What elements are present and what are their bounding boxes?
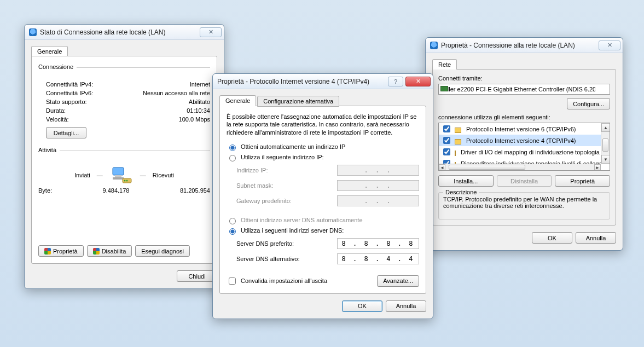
- radio-dns-auto[interactable]: Ottieni indirizzo server DNS automaticam…: [227, 215, 419, 225]
- network-activity-icon: [109, 165, 134, 185]
- radio-ip-manual[interactable]: Utilizza il seguente indirizzo IP:: [227, 152, 419, 163]
- scroll-up-icon[interactable]: ▲: [601, 123, 610, 132]
- dns-alt-label: Server DNS alternativo:: [236, 256, 300, 262]
- list-item[interactable]: Driver di I/O del mapping di individuazi…: [439, 146, 601, 158]
- adapter-name-field[interactable]: [438, 84, 610, 95]
- radio-input[interactable]: [229, 228, 236, 235]
- lan-status-dialog: Stato di Connessione alla rete locale (L…: [24, 24, 224, 289]
- speed-value: 100.0 Mbps: [179, 116, 210, 123]
- protocol-icon: [455, 139, 461, 144]
- svg-rect-0: [113, 167, 124, 175]
- connect-using-label: Connetti tramite:: [438, 75, 610, 82]
- close-icon[interactable]: ✕: [599, 41, 620, 50]
- dns-pref-label: Server DNS preferito:: [236, 240, 294, 247]
- mask-label: Subnet mask:: [236, 182, 273, 189]
- radio-input[interactable]: [229, 144, 236, 151]
- ipv4-help-text: È possibile ottenere l'assegnazione auto…: [227, 113, 419, 136]
- item-label: Driver di I/O del mapping di individuazi…: [461, 149, 601, 155]
- ok-button[interactable]: OK: [532, 232, 572, 244]
- radio-input[interactable]: [229, 155, 236, 161]
- svg-point-4: [124, 180, 125, 182]
- scroll-down-icon[interactable]: ▼: [601, 155, 610, 164]
- shield-icon: [93, 248, 100, 255]
- item-label: Protocollo Internet versione 4 (TCP/IPv4…: [466, 137, 576, 144]
- help-icon[interactable]: ?: [388, 77, 403, 86]
- protocol-icon: [455, 151, 456, 156]
- list-item[interactable]: Protocollo Internet versione 4 (TCP/IPv4…: [439, 135, 601, 146]
- ipv4-value: Internet: [190, 81, 210, 88]
- diagnose-button[interactable]: Esegui diagnosi: [135, 245, 190, 257]
- items-listbox[interactable]: Protocollo Internet versione 6 (TCP/IPv6…: [438, 123, 610, 171]
- radio-ip-auto[interactable]: Ottieni automaticamente un indirizzo IP: [227, 142, 419, 152]
- list-item[interactable]: Protocollo Internet versione 6 (TCP/IPv6…: [439, 123, 601, 135]
- details-button[interactable]: Dettagli...: [46, 127, 86, 138]
- scroll-right-icon[interactable]: ►: [594, 164, 601, 171]
- scroll-thumb[interactable]: [602, 138, 608, 152]
- disable-button[interactable]: Disabilita: [87, 245, 132, 257]
- bytes-recv-value: 81.205.954: [180, 187, 210, 194]
- install-button[interactable]: Installa...: [438, 175, 494, 187]
- item-checkbox[interactable]: [443, 137, 450, 144]
- ipv4-titlebar[interactable]: Proprietà - Protocollo Internet versione…: [213, 74, 433, 89]
- advanced-button[interactable]: Avanzate...: [377, 275, 419, 287]
- scroll-thumb[interactable]: [449, 165, 525, 170]
- duration-value: 01:10:34: [187, 107, 210, 114]
- ipv4-title: Proprietà - Protocollo Internet versione…: [217, 78, 369, 85]
- section-activity-label: Attività: [38, 147, 60, 153]
- ipv4-properties-dialog: Proprietà - Protocollo Internet versione…: [212, 73, 433, 319]
- close-icon[interactable]: ✕: [200, 27, 222, 37]
- cancel-button[interactable]: Annulla: [386, 300, 426, 312]
- recv-label: Ricevuti: [153, 172, 174, 178]
- description-caption: Descrizione: [443, 189, 479, 195]
- vertical-scrollbar[interactable]: ▲▼: [601, 123, 610, 164]
- list-item[interactable]: Risponditore individuazione topologia li…: [439, 158, 601, 164]
- cancel-button[interactable]: Annulla: [576, 232, 616, 244]
- close-icon[interactable]: ✕: [405, 77, 431, 86]
- validate-checkbox-row[interactable]: Convalida impostazioni all'uscita: [227, 276, 327, 286]
- lan-status-title: Stato di Connessione alla rete locale (L…: [40, 28, 165, 36]
- properties-button[interactable]: Proprietà: [38, 245, 84, 257]
- dns-alternate-field[interactable]: 8 . 8 . 4 . 4: [337, 253, 419, 264]
- bytes-label: Byte:: [38, 187, 52, 194]
- ip-address-field: . . .: [337, 165, 419, 176]
- network-icon: [430, 42, 438, 49]
- item-checkbox[interactable]: [443, 125, 450, 132]
- tab-config-alternativa[interactable]: Configurazione alternativa: [257, 96, 339, 107]
- uninstall-button: Disinstalla: [497, 175, 552, 187]
- description-box: Descrizione TCP/IP. Protocollo predefini…: [438, 192, 610, 219]
- dns-preferred-field[interactable]: 8 . 8 . 8 . 8: [337, 238, 419, 249]
- bytes-sent-value: 9.484.178: [52, 187, 180, 194]
- item-label: Protocollo Internet versione 6 (TCP/IPv6…: [466, 126, 576, 132]
- ipv4-label: Connettività IPv4:: [46, 81, 93, 88]
- ip-label: Indirizzo IP:: [236, 167, 268, 174]
- svg-point-5: [126, 180, 127, 182]
- description-text: TCP/IP. Protocollo predefinito per le WA…: [443, 196, 597, 209]
- gateway-label: Gateway predefinito:: [236, 198, 292, 204]
- radio-dns-manual[interactable]: Utilizza i seguenti indirizzi server DNS…: [227, 225, 419, 236]
- gateway-field: . . .: [337, 195, 419, 206]
- scroll-left-icon[interactable]: ◄: [439, 164, 445, 171]
- radio-input[interactable]: [229, 218, 236, 224]
- protocol-icon: [455, 128, 461, 133]
- horizontal-scrollbar[interactable]: ◄►: [439, 164, 601, 170]
- lan-properties-dialog: Proprietà - Connessione alla rete locale…: [425, 37, 623, 251]
- svg-rect-2: [113, 177, 124, 180]
- item-properties-button[interactable]: Proprietà: [555, 175, 610, 187]
- ok-button[interactable]: OK: [342, 300, 382, 312]
- close-button[interactable]: Chiudi: [177, 270, 217, 282]
- network-icon: [29, 28, 37, 36]
- uses-items-label: connessione utilizza gli elementi seguen…: [438, 114, 610, 120]
- tab-generale[interactable]: Generale: [219, 95, 256, 106]
- tab-generale[interactable]: Generale: [31, 46, 68, 56]
- media-label: Stato supporto:: [46, 99, 87, 105]
- configure-button[interactable]: Configura...: [567, 98, 610, 109]
- ipv6-label: Connettività IPv6:: [46, 90, 93, 96]
- item-checkbox[interactable]: [443, 160, 450, 164]
- subnet-mask-field: . . .: [337, 180, 419, 191]
- validate-checkbox[interactable]: [229, 277, 236, 285]
- lan-properties-titlebar[interactable]: Proprietà - Connessione alla rete locale…: [426, 38, 623, 53]
- lan-status-titlebar[interactable]: Stato di Connessione alla rete locale (L…: [25, 25, 224, 40]
- sent-label: Inviati: [74, 172, 90, 178]
- tab-rete[interactable]: Rete: [432, 59, 457, 70]
- item-checkbox[interactable]: [443, 148, 450, 155]
